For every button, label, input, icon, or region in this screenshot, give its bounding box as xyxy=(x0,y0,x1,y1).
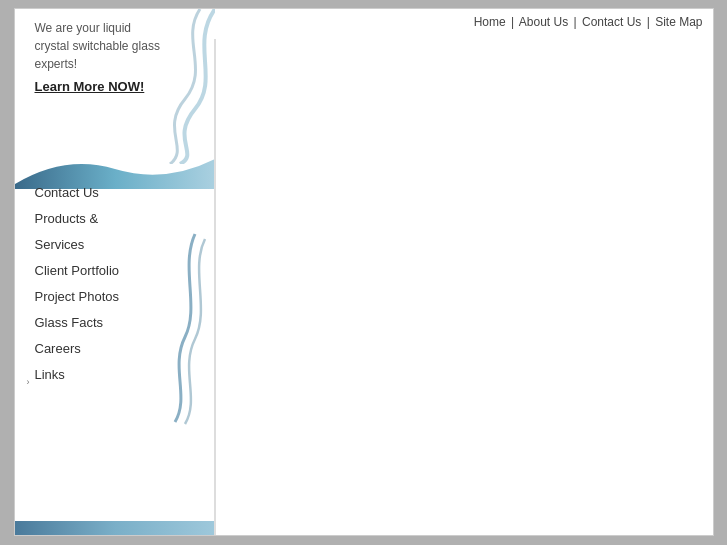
arrow-decoration: › xyxy=(27,377,30,387)
nav-products[interactable]: Products & xyxy=(35,205,205,231)
main-content xyxy=(215,39,713,535)
hero-wave-decoration xyxy=(125,9,215,164)
sidebar: We are your liquid crystal switchable gl… xyxy=(15,9,215,535)
glass-decoration xyxy=(155,229,215,429)
page-wrapper: Home | About Us | Contact Us | Site Map … xyxy=(14,8,714,536)
nav-contact[interactable]: Contact Us xyxy=(582,15,641,29)
nav-contact-us[interactable]: Contact Us xyxy=(35,179,205,205)
sidebar-bottom-bar xyxy=(15,521,215,535)
nav-about[interactable]: About Us xyxy=(519,15,568,29)
nav-sitemap[interactable]: Site Map xyxy=(655,15,702,29)
hero-area: We are your liquid crystal switchable gl… xyxy=(15,9,215,169)
nav-home[interactable]: Home xyxy=(474,15,506,29)
